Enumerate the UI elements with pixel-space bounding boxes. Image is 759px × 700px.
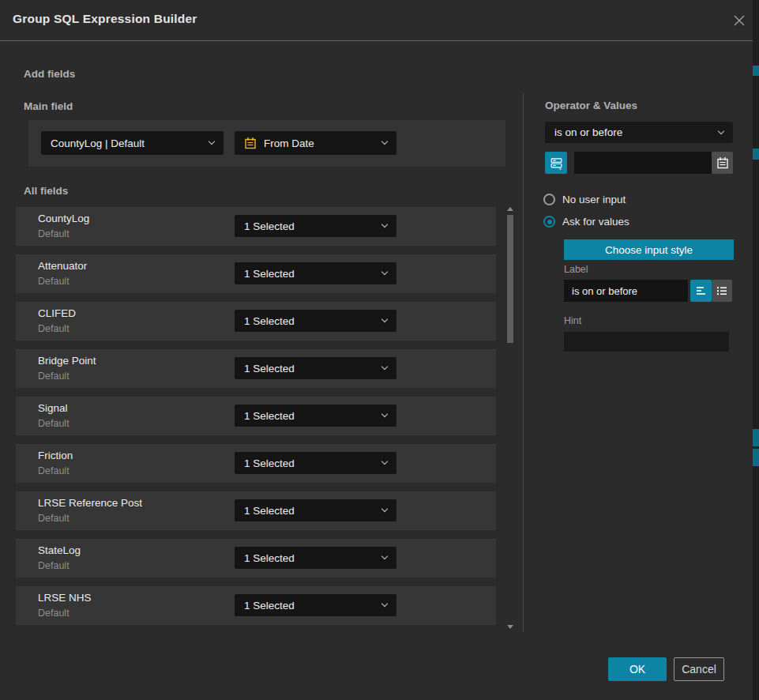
list-style-button[interactable] (712, 280, 732, 302)
chevron-down-icon (718, 127, 724, 134)
field-selected-dropdown[interactable]: 1 Selected (235, 499, 396, 521)
cancel-button[interactable]: Cancel (674, 657, 724, 681)
dialog-title: Group SQL Expression Builder (13, 12, 197, 26)
input-type-button[interactable] (545, 152, 567, 174)
date-picker-button[interactable] (712, 152, 733, 174)
radio-no-user-input[interactable]: No user input (543, 194, 626, 205)
field-row: StateLog Default 1 Selected (16, 539, 496, 578)
label-field-label: Label (564, 264, 588, 275)
bullet-list-icon (716, 284, 728, 297)
chevron-down-icon (381, 363, 388, 370)
field-row: Signal Default 1 Selected (16, 397, 496, 435)
calendar-icon (244, 137, 257, 149)
field-selected-value: 1 Selected (244, 410, 295, 422)
operator-dropdown-value: is on or before (554, 126, 622, 138)
chevron-down-icon (209, 138, 215, 145)
background-accent-fragment (753, 149, 759, 160)
field-selected-value: 1 Selected (244, 363, 295, 374)
operator-values-heading: Operator & Values (545, 100, 637, 111)
single-value-style-button[interactable] (690, 280, 712, 302)
main-field-dropdown-value: From Date (264, 137, 314, 149)
field-row: CountyLog Default 1 Selected (16, 207, 496, 246)
field-row: LRSE NHS Default 1 Selected (16, 586, 496, 625)
field-sublabel: Default (38, 608, 70, 619)
main-layer-dropdown[interactable]: CountyLog | Default (41, 131, 224, 155)
field-sublabel: Default (38, 513, 70, 524)
group-sql-expression-builder-dialog: Group SQL Expression Builder Add fields … (0, 0, 759, 700)
field-name: LRSE Reference Post (38, 497, 142, 509)
dialog-titlebar: Group SQL Expression Builder (0, 0, 753, 41)
field-selected-dropdown[interactable]: 1 Selected (235, 262, 396, 284)
chevron-down-icon (381, 269, 388, 275)
field-selected-dropdown[interactable]: 1 Selected (235, 452, 396, 474)
field-name: CLIFED (38, 307, 76, 319)
radio-circle-selected[interactable] (543, 216, 555, 228)
field-row: LRSE Reference Post Default 1 Selected (16, 491, 496, 530)
value-input[interactable] (574, 152, 712, 174)
hint-field-label: Hint (564, 315, 581, 326)
chevron-down-icon (381, 553, 388, 559)
chevron-down-icon (381, 221, 388, 228)
field-selected-dropdown[interactable]: 1 Selected (235, 594, 396, 616)
close-button[interactable] (731, 13, 747, 28)
list-scrollbar[interactable] (505, 204, 516, 632)
add-fields-heading: Add fields (24, 68, 75, 80)
scroll-down-icon[interactable] (507, 625, 513, 629)
radio-ask-for-values[interactable]: Ask for values (543, 216, 629, 228)
chevron-down-icon (381, 506, 388, 512)
chevron-down-icon (381, 138, 388, 145)
main-field-label: Main field (24, 100, 73, 112)
field-row: Friction Default 1 Selected (16, 444, 496, 483)
scrollbar-thumb[interactable] (507, 215, 513, 343)
field-sublabel: Default (38, 323, 70, 334)
field-sublabel: Default (38, 371, 70, 382)
field-name: Attenuator (38, 260, 87, 272)
align-left-icon (695, 284, 708, 297)
field-selected-value: 1 Selected (244, 552, 295, 564)
chevron-down-icon (381, 458, 388, 465)
field-selected-dropdown[interactable]: 1 Selected (235, 310, 396, 332)
radio-ask-for-values-label: Ask for values (562, 216, 629, 228)
field-row: Attenuator Default 1 Selected (16, 254, 496, 293)
chevron-down-icon (381, 600, 388, 607)
operator-dropdown[interactable]: is on or before (545, 122, 733, 143)
label-input[interactable] (564, 280, 688, 302)
all-fields-list: CountyLog Default 1 Selected Attenuator … (16, 207, 496, 634)
field-selected-dropdown[interactable]: 1 Selected (235, 215, 396, 237)
field-selected-dropdown[interactable]: 1 Selected (235, 405, 396, 427)
field-name: Bridge Point (38, 355, 96, 367)
panel-divider (523, 93, 524, 632)
field-name: LRSE NHS (38, 592, 92, 604)
hint-input[interactable] (564, 332, 729, 352)
chevron-down-icon (381, 316, 388, 322)
main-layer-dropdown-value: CountyLog | Default (51, 137, 145, 149)
field-row: CLIFED Default 1 Selected (16, 302, 496, 341)
background-accent-fragment (753, 429, 759, 446)
scroll-up-icon[interactable] (507, 207, 513, 211)
field-selected-value: 1 Selected (244, 505, 295, 517)
field-name: Signal (38, 402, 68, 414)
field-selected-value: 1 Selected (244, 457, 295, 469)
field-name: Friction (38, 450, 73, 461)
chevron-down-icon (381, 411, 388, 417)
field-sublabel: Default (38, 228, 70, 239)
background-accent-fragment (753, 66, 759, 76)
choose-input-style-button[interactable]: Choose input style (564, 239, 734, 260)
field-sublabel: Default (38, 276, 70, 287)
field-selected-dropdown[interactable]: 1 Selected (235, 547, 396, 569)
main-field-dropdown[interactable]: From Date (235, 131, 396, 155)
radio-circle[interactable] (543, 194, 555, 205)
close-icon (733, 14, 746, 27)
field-name: CountyLog (38, 213, 89, 224)
field-selected-dropdown[interactable]: 1 Selected (235, 357, 396, 379)
field-sublabel: Default (38, 418, 70, 429)
input-type-icon (550, 156, 563, 170)
ok-button[interactable]: OK (608, 657, 667, 681)
field-selected-value: 1 Selected (244, 315, 295, 327)
calendar-icon (716, 156, 729, 169)
field-selected-value: 1 Selected (244, 600, 295, 612)
field-row: Bridge Point Default 1 Selected (16, 349, 496, 388)
background-accent-fragment (753, 449, 759, 466)
background-app-edge (753, 0, 759, 700)
field-sublabel: Default (38, 465, 70, 476)
